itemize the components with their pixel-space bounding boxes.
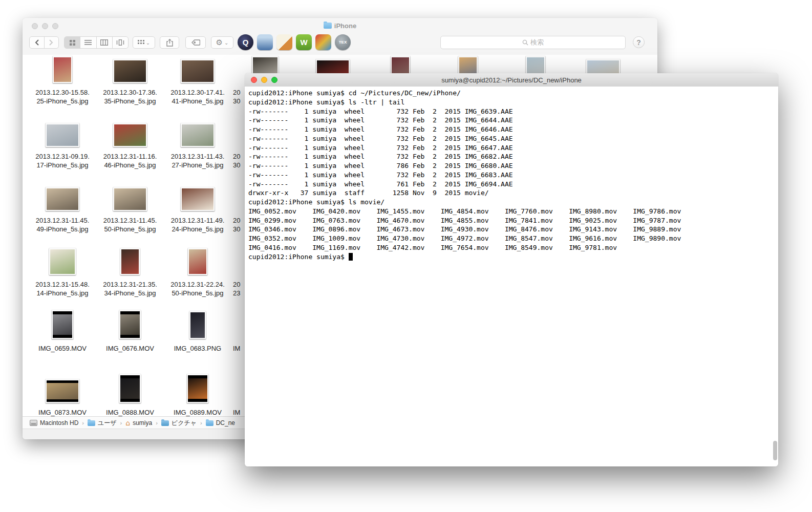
file-thumbnail[interactable]	[119, 374, 141, 403]
terminal-line: cupid2012:iPhone sumiya$ ls -ltr | tail	[248, 98, 778, 107]
file-item[interactable]: IMG_0683.PNG	[164, 309, 231, 372]
terminal-window[interactable]: sumiya@cupid2012:~/Pictures/DC_new/iPhon…	[245, 73, 778, 466]
file-thumbnail[interactable]	[113, 123, 147, 147]
quicktime-app-icon[interactable]: Q	[238, 34, 253, 50]
file-thumbnail[interactable]	[119, 310, 141, 339]
photo-preview	[188, 375, 207, 402]
file-item[interactable]: 2013.12.31-11.45.50-iPhone_5s.jpg	[96, 181, 164, 244]
file-thumbnail[interactable]	[46, 187, 79, 211]
photo-preview	[182, 124, 213, 146]
file-thumbnail[interactable]	[181, 187, 215, 211]
terminal-line: -rw------- 1 sumiya wheel 732 Feb 2 2015…	[248, 152, 778, 161]
file-name: IMG_0889.MOV	[164, 408, 231, 416]
path-segment-label: ピクチャ	[172, 419, 197, 428]
terminal-line: -rw------- 1 sumiya wheel 732 Feb 2 2015…	[248, 134, 778, 143]
column-view-button[interactable]	[97, 37, 113, 48]
file-name-clipped: IM	[233, 408, 240, 416]
terminal-line: IMG_0299.mov IMG_0763.mov IMG_4670.mov I…	[248, 216, 778, 225]
photo-preview	[114, 60, 146, 82]
search-input[interactable]: 検索	[440, 36, 626, 49]
path-segment[interactable]: ピクチャ	[161, 419, 197, 428]
path-segment[interactable]: ユーザ	[88, 419, 117, 428]
file-name-clipped: 2023	[233, 280, 240, 297]
file-item[interactable]: 2013.12.31-11.45.49-iPhone_5s.jpg	[29, 181, 96, 244]
file-item[interactable]: IMG_0889.MOV	[164, 373, 231, 416]
terminal-scrollbar-thumb[interactable]	[773, 441, 777, 460]
terminal-output: cupid2012:iPhone sumiya$ cd ~/Pictures/D…	[248, 89, 778, 252]
file-name-clipped: 2030	[233, 88, 240, 105]
terminal-line: cupid2012:iPhone sumiya$ ls movie/	[248, 198, 778, 207]
image-viewer-app-icon[interactable]	[315, 34, 331, 50]
file-thumbnail[interactable]	[46, 123, 79, 147]
file-thumbnail[interactable]	[181, 123, 215, 147]
help-label: ?	[636, 38, 641, 47]
file-thumbnail[interactable]	[120, 248, 140, 275]
file-item[interactable]: IMG_0676.MOV	[96, 309, 164, 372]
help-button[interactable]: ?	[633, 36, 645, 48]
file-item[interactable]: IMG_0888.MOV	[96, 373, 164, 416]
file-item[interactable]: IMG_0873.MOV	[29, 373, 96, 416]
action-button[interactable]: ⚙ ⌄	[211, 36, 233, 49]
photo-preview	[121, 249, 139, 274]
tag-button[interactable]	[185, 36, 206, 49]
file-thumbnail[interactable]	[187, 374, 208, 403]
file-item[interactable]: 2013.12.30-17.36.35-iPhone_5s.jpg	[96, 55, 164, 116]
photo-preview	[47, 124, 78, 146]
file-name: 2013.12.31-21.35.34-iPhone_5s.jpg	[96, 280, 164, 297]
share-button[interactable]	[160, 36, 179, 49]
view-segmented-control	[64, 36, 129, 49]
photo-preview	[120, 375, 140, 402]
path-segment[interactable]: ⌂sumiya	[125, 419, 152, 426]
file-name: IMG_0873.MOV	[29, 408, 96, 416]
file-thumbnail[interactable]	[52, 310, 73, 339]
file-item[interactable]: 2013.12.31-22.24.50-iPhone_5s.jpg	[164, 245, 231, 308]
terminal-line: IMG_0052.mov IMG_0420.mov IMG_1455.mov I…	[248, 207, 778, 216]
file-thumbnail[interactable]	[46, 379, 79, 403]
file-thumbnail[interactable]	[181, 59, 215, 83]
path-segment[interactable]: Macintosh HD	[30, 419, 78, 426]
arrange-button[interactable]: ⌄	[133, 36, 155, 49]
terminal-titlebar[interactable]: sumiya@cupid2012:~/Pictures/DC_new/iPhon…	[245, 73, 778, 87]
share-icon	[166, 39, 173, 47]
file-item[interactable]: 2013.12.31-21.35.34-iPhone_5s.jpg	[96, 245, 164, 308]
terminal-title: sumiya@cupid2012:~/Pictures/DC_new/iPhon…	[245, 76, 778, 84]
file-item[interactable]: 2013.12.31-11.16.46-iPhone_5s.jpg	[96, 117, 164, 180]
file-item[interactable]: 2013.12.31-11.43.27-iPhone_5s.jpg	[164, 117, 231, 180]
file-thumbnail[interactable]	[53, 56, 72, 83]
file-name-clipped: IM	[233, 344, 240, 353]
list-view-button[interactable]	[80, 37, 96, 48]
file-item[interactable]: 2013.12.31-09.19.17-iPhone_5s.jpg	[29, 117, 96, 180]
path-segment[interactable]: DC_ne	[206, 419, 235, 426]
file-item[interactable]: 2013.12.31-11.49.24-iPhone_5s.jpg	[164, 181, 231, 244]
photo-preview	[114, 188, 146, 210]
file-item[interactable]: IMG_0659.MOV	[29, 309, 96, 372]
file-name: IMG_0676.MOV	[96, 344, 164, 353]
terminal-body[interactable]: cupid2012:iPhone sumiya$ cd ~/Pictures/D…	[245, 87, 778, 466]
file-name: 2013.12.31-09.19.17-iPhone_5s.jpg	[29, 152, 96, 169]
harddrive-icon	[30, 420, 37, 426]
file-item[interactable]: 2013.12.30-15.58.25-iPhone_5s.jpg	[29, 55, 96, 116]
file-thumbnail[interactable]	[113, 187, 147, 211]
file-item[interactable]: 2013.12.30-17.41.41-iPhone_5s.jpg	[164, 55, 231, 116]
file-thumbnail[interactable]	[188, 248, 207, 275]
file-name: 2013.12.31-15.48.14-iPhone_5s.jpg	[29, 280, 96, 297]
photo-preview	[190, 312, 205, 338]
icon-view-button[interactable]	[65, 37, 80, 48]
terminal-line: cupid2012:iPhone sumiya$ cd ~/Pictures/D…	[248, 89, 778, 98]
path-separator-icon: ›	[156, 420, 158, 426]
browser-app-icon[interactable]	[257, 34, 273, 50]
file-item[interactable]: 2013.12.31-15.48.14-iPhone_5s.jpg	[29, 245, 96, 308]
tex-app-icon[interactable]: TEX	[335, 34, 351, 50]
folder-icon	[206, 420, 213, 426]
w-app-icon[interactable]: W	[296, 34, 312, 50]
file-thumbnail[interactable]	[113, 59, 147, 83]
notes-pen-app-icon[interactable]	[276, 34, 292, 50]
forward-button[interactable]	[45, 37, 58, 48]
photo-preview	[114, 124, 146, 146]
coverflow-view-button[interactable]	[113, 37, 128, 48]
path-segment-label: DC_ne	[216, 419, 235, 426]
file-thumbnail[interactable]	[49, 248, 76, 275]
back-button[interactable]	[30, 37, 45, 48]
file-thumbnail[interactable]	[189, 311, 206, 339]
file-name: 2013.12.31-22.24.50-iPhone_5s.jpg	[164, 280, 231, 297]
